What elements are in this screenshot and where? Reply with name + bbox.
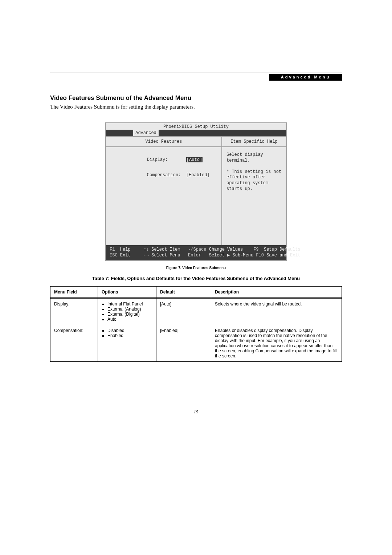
- key-f9: F9: [253, 247, 258, 252]
- bios-help-line: * This setting is not: [226, 169, 282, 175]
- bios-right-pane: Item Specific Help Select display termin…: [221, 136, 286, 245]
- bios-compensation-value[interactable]: [Enabled]: [186, 173, 210, 178]
- cell-default: [Auto]: [156, 298, 211, 325]
- key-f10: F10: [256, 253, 264, 258]
- th-menu-field: Menu Field: [50, 287, 98, 298]
- key-f1: F1: [110, 247, 115, 252]
- bios-display-value[interactable]: [Auto]: [186, 157, 203, 162]
- key-esc-label: Exit: [120, 253, 131, 258]
- bios-right-header: Item Specific Help: [222, 136, 286, 147]
- bios-tab-spacer: [106, 130, 133, 136]
- section-intro: The Video Features Submenu is for settin…: [50, 104, 342, 110]
- page-number: 15: [0, 409, 392, 415]
- bios-tabbar: Advanced: [106, 130, 286, 136]
- bios-compensation-label: Compensation:: [147, 173, 181, 178]
- bios-help-body: Select display terminal. * This setting …: [222, 147, 286, 197]
- cell-field: Display:: [50, 298, 98, 325]
- bios-help-line: operating system: [226, 181, 282, 186]
- table-row: Compensation: Disabled Enabled [Enabled]…: [50, 325, 342, 362]
- th-description: Description: [211, 287, 342, 298]
- cell-field: Compensation:: [50, 325, 98, 362]
- arrows-updown-icon: ↑↓: [144, 247, 149, 252]
- document-page: Advanced Menu Video Features Submenu of …: [0, 0, 392, 555]
- list-item: Auto: [107, 317, 152, 322]
- table-row: Display: Internal Flat Panel External (A…: [50, 298, 342, 325]
- key-f9-label: Setup Defaults: [264, 247, 301, 252]
- bios-help-line: effective after: [226, 175, 282, 181]
- arrows-leftright-icon: ←→: [144, 253, 149, 258]
- th-options: Options: [98, 287, 156, 298]
- key-f1-label: Help: [120, 247, 131, 252]
- arrows-lr-label: Select Menu: [151, 253, 180, 258]
- arrows-ud-label: Select Item: [151, 247, 180, 252]
- bios-utility-title: PhoenixBIOS Setup Utility: [106, 123, 286, 130]
- bios-tab-advanced[interactable]: Advanced: [133, 130, 159, 136]
- bios-footer: F1 Help ↑↓ Select Item -/Space Change Va…: [106, 245, 286, 260]
- th-default: Default: [156, 287, 211, 298]
- list-item: Enabled: [107, 333, 152, 338]
- bios-help-line: Select display terminal.: [226, 152, 282, 163]
- table-header-row: Menu Field Options Default Description: [50, 287, 342, 298]
- cell-description: Selects where the video signal will be r…: [211, 298, 342, 325]
- page-content: Video Features Submenu of the Advanced M…: [50, 94, 342, 362]
- list-item: Internal Flat Panel: [107, 301, 152, 307]
- list-item: Disabled: [107, 328, 152, 333]
- key-f10-label: Save and Exit: [266, 253, 301, 258]
- bios-middle: Video Features Display: [Auto] Compensat…: [106, 136, 286, 245]
- list-item: External (Digital): [107, 312, 152, 317]
- cell-description: Enables or disables display compensation…: [211, 325, 342, 362]
- cell-options: Internal Flat Panel External (Analog) Ex…: [98, 298, 156, 325]
- key-minus-space-label: Change Values: [209, 247, 243, 252]
- bios-left-body: Display: [Auto] Compensation: [Enabled]: [106, 147, 221, 188]
- list-item: External (Analog): [107, 307, 152, 312]
- cell-options: Disabled Enabled: [98, 325, 156, 362]
- key-minus-space: -/Space: [188, 247, 206, 252]
- figure-caption: Figure 7. Video Features Submenu: [50, 266, 342, 270]
- bios-left-header: Video Features: [106, 136, 221, 147]
- key-enter-label: Select ▶ Sub-Menu: [209, 253, 253, 258]
- bios-window: PhoenixBIOS Setup Utility Advanced Video…: [105, 122, 287, 261]
- cell-default: [Enabled]: [156, 325, 211, 362]
- bios-left-pane: Video Features Display: [Auto] Compensat…: [106, 136, 221, 245]
- fields-table: Menu Field Options Default Description D…: [50, 286, 342, 362]
- bios-display-label: Display:: [147, 157, 168, 162]
- section-title: Video Features Submenu of the Advanced M…: [50, 94, 342, 102]
- header-rule: [50, 73, 342, 73]
- header-badge: Advanced Menu: [269, 74, 342, 81]
- key-enter: Enter: [188, 253, 201, 258]
- key-esc: ESC: [110, 253, 118, 258]
- table-title: Table 7: Fields, Options and Defaults fo…: [50, 276, 342, 281]
- bios-help-line: starts up.: [226, 186, 282, 192]
